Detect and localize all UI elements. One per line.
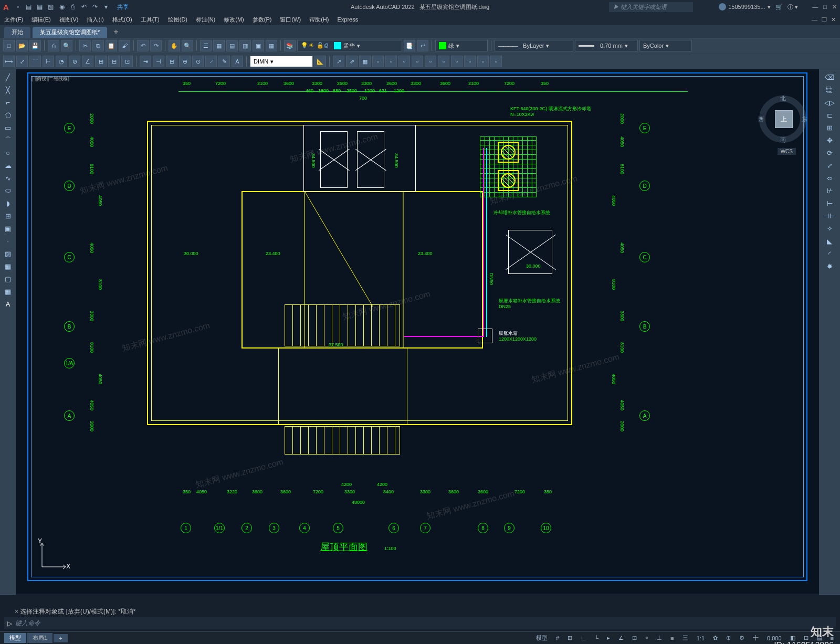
- qat-saveas-icon[interactable]: ▧: [46, 2, 56, 12]
- tb-more-5[interactable]: ▫: [425, 56, 436, 67]
- drawing-canvas[interactable]: [-][俯视][二维线框] 350 7200 2100 3600 3300 25…: [16, 69, 819, 595]
- dim-space-icon[interactable]: ⇥: [140, 56, 151, 67]
- mtext-icon[interactable]: A: [2, 298, 14, 310]
- status-units[interactable]: 十: [751, 634, 761, 642]
- explode-icon[interactable]: ✸: [823, 260, 836, 272]
- fillet-icon[interactable]: ◜: [823, 248, 836, 259]
- share-button[interactable]: 共享: [117, 3, 129, 11]
- menu-express[interactable]: Express: [337, 16, 358, 23]
- spline-icon[interactable]: ∿: [2, 172, 14, 184]
- status-model-space[interactable]: 模型: [534, 634, 550, 642]
- qat-plot-icon[interactable]: ⎙: [68, 2, 78, 12]
- arc-icon[interactable]: ⌒: [2, 134, 14, 146]
- polygon-icon[interactable]: ⬠: [2, 109, 14, 121]
- dim-diameter-icon[interactable]: ⊘: [69, 56, 80, 67]
- table-draw-icon[interactable]: ▦: [2, 286, 14, 297]
- color-dropdown[interactable]: 绿 ▾: [435, 40, 488, 51]
- status-scale[interactable]: 1:1: [695, 635, 707, 641]
- save-icon[interactable]: 💾: [29, 40, 41, 51]
- xline-icon[interactable]: ╳: [2, 84, 14, 96]
- sheetset-icon[interactable]: ▥: [239, 40, 251, 51]
- qat-redo-icon[interactable]: ↷: [90, 2, 100, 12]
- menu-draw[interactable]: 绘图(D): [168, 16, 187, 24]
- layer-dropdown[interactable]: 💡 ☀ 🔓 ⎙ 孟华 ▾: [297, 40, 402, 51]
- viewport-label[interactable]: [-][俯视][二维线框]: [32, 76, 69, 82]
- menu-modify[interactable]: 修改(M): [224, 16, 244, 24]
- toolpalette-icon[interactable]: ▤: [226, 40, 238, 51]
- mleader-icon[interactable]: ⇗: [346, 56, 358, 67]
- search-input[interactable]: ▶ 键入关键字或短语: [609, 2, 693, 12]
- centermark-icon[interactable]: ⊕: [179, 56, 191, 67]
- status-snap[interactable]: ⊞: [565, 635, 574, 641]
- paste-icon[interactable]: 📋: [106, 40, 117, 51]
- qat-new-icon[interactable]: ▫: [13, 2, 23, 12]
- circle-icon[interactable]: ○: [2, 147, 14, 159]
- dim-baseline-icon[interactable]: ⊟: [108, 56, 120, 67]
- menu-tools[interactable]: 工具(T): [141, 16, 160, 24]
- table-icon[interactable]: ▦: [359, 56, 371, 67]
- qat-save-icon[interactable]: ▦: [35, 2, 45, 12]
- doc-minimize-button[interactable]: —: [812, 16, 817, 23]
- status-tab-add[interactable]: +: [54, 634, 67, 642]
- leader-icon[interactable]: ↗: [333, 56, 344, 67]
- tab-add-button[interactable]: +: [109, 26, 122, 38]
- tab-active-document[interactable]: 某五星级宾馆空调图纸*: [33, 27, 107, 38]
- view-cube[interactable]: 北 东 南 西 上: [759, 96, 806, 143]
- markup-icon[interactable]: ▣: [253, 40, 264, 51]
- rectangle-icon[interactable]: ▭: [2, 122, 14, 133]
- mirror-icon[interactable]: ◁▷: [823, 97, 836, 108]
- qat-web-icon[interactable]: ◉: [57, 2, 67, 12]
- dim-tedit-icon[interactable]: A: [232, 56, 243, 67]
- qat-undo-icon[interactable]: ↶: [79, 2, 89, 12]
- calc-icon[interactable]: ▦: [266, 40, 277, 51]
- status-tab-layout1[interactable]: 布局1: [27, 633, 52, 643]
- hatch-icon[interactable]: ▨: [2, 248, 14, 259]
- scale-icon[interactable]: ⤢: [823, 160, 836, 171]
- status-gear[interactable]: ✿: [711, 635, 720, 641]
- doc-close-button[interactable]: ✕: [831, 16, 836, 23]
- status-grid[interactable]: #: [554, 635, 561, 641]
- block-create-icon[interactable]: ▣: [2, 223, 14, 234]
- dim-aligned-icon[interactable]: ⤢: [16, 56, 28, 67]
- designcenter-icon[interactable]: ▦: [213, 40, 225, 51]
- menu-view[interactable]: 视图(V): [59, 16, 79, 24]
- dim-break-icon[interactable]: ⊣: [153, 56, 164, 67]
- dimstyle-dropdown[interactable]: DIMN ▾: [250, 56, 313, 67]
- chamfer-icon[interactable]: ◣: [823, 235, 836, 247]
- tb-more-7[interactable]: ▫: [451, 56, 463, 67]
- erase-icon[interactable]: ⌫: [823, 71, 836, 83]
- status-cycling[interactable]: ≡: [668, 635, 676, 641]
- layer-prop-icon[interactable]: 📚: [284, 40, 296, 51]
- extend-icon[interactable]: ⊢: [823, 197, 836, 209]
- menu-parametric[interactable]: 参数(P): [253, 16, 272, 24]
- plotstyle-dropdown[interactable]: ByColor ▾: [639, 40, 692, 51]
- status-anno-vis[interactable]: ⊕: [724, 635, 733, 641]
- cut-icon[interactable]: ✂: [79, 40, 91, 51]
- dim-edit-icon[interactable]: ✎: [218, 56, 230, 67]
- tb-more-3[interactable]: ▫: [398, 56, 410, 67]
- dim-radius-icon[interactable]: ◔: [56, 56, 67, 67]
- tolerance-icon[interactable]: ⊞: [166, 56, 177, 67]
- zoom-icon[interactable]: 🔍: [182, 40, 193, 51]
- dim-quick-icon[interactable]: ⊞: [95, 56, 107, 67]
- menu-insert[interactable]: 插入(I): [87, 16, 103, 24]
- dimstyle-icon[interactable]: 📐: [314, 56, 326, 67]
- dim-continue-icon[interactable]: ⊡: [121, 56, 133, 67]
- status-polar[interactable]: └: [593, 635, 601, 641]
- menu-dimension[interactable]: 标注(N): [196, 16, 215, 24]
- status-coord[interactable]: 0.000: [765, 635, 784, 641]
- status-isodraft[interactable]: ▸: [605, 635, 612, 641]
- break-icon[interactable]: ⊣⊢: [823, 210, 836, 221]
- status-otrack[interactable]: ∠: [616, 635, 626, 641]
- move-icon[interactable]: ✥: [823, 134, 836, 146]
- matchprop-icon[interactable]: 🖌: [119, 40, 130, 51]
- ellipse-icon[interactable]: ⬭: [2, 185, 14, 196]
- line-icon[interactable]: ╱: [2, 71, 14, 83]
- properties-icon[interactable]: ☰: [200, 40, 212, 51]
- pan-icon[interactable]: ✋: [169, 40, 180, 51]
- copy-icon[interactable]: ⧉: [92, 40, 104, 51]
- polyline-icon[interactable]: ⌐: [2, 97, 14, 108]
- tb-more-9[interactable]: ▫: [477, 56, 489, 67]
- print-icon[interactable]: ⎙: [48, 40, 59, 51]
- status-annotation[interactable]: 三: [680, 634, 690, 642]
